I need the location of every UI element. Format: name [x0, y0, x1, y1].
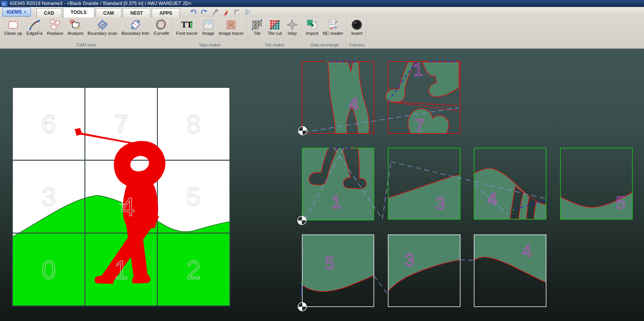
button-label: Import — [306, 31, 319, 36]
cleanup-icon — [7, 19, 19, 31]
cad-viewport[interactable]: 6 7 8 3 4 5 0 1 2 — [0, 49, 644, 321]
camera-lens-icon — [351, 19, 363, 31]
analyze-icon — [69, 19, 82, 31]
green-tile-3-material[interactable] — [474, 168, 546, 219]
drawing-canvas[interactable]: 6 7 8 3 4 5 0 1 2 — [0, 49, 644, 321]
insert-camera-button[interactable]: Insert — [349, 18, 365, 36]
tab-apps[interactable]: APPS — [152, 8, 180, 17]
redo-icon[interactable] — [200, 9, 208, 16]
svg-text:TT: TT — [181, 20, 192, 29]
piece-arm-band[interactable] — [423, 62, 459, 97]
tab-nest[interactable]: NEST — [123, 8, 151, 17]
tile-icon — [251, 19, 263, 31]
svg-text:7: 7 — [414, 115, 425, 135]
nc-reader-button[interactable]: N01N02 NC reader — [321, 18, 345, 36]
boundary-scan-button[interactable]: Boundary scan — [86, 18, 119, 36]
image-tracer-button[interactable]: Image tracer — [217, 18, 245, 36]
replace-button[interactable]: Replace — [45, 18, 65, 36]
group-camera: Insert Camera — [347, 17, 367, 48]
tab-cam[interactable]: CAM — [96, 8, 122, 17]
button-label: Inlay — [288, 31, 297, 36]
svg-text:0: 0 — [42, 256, 56, 284]
group-data-exchange: Import N01N02 NC reader Data exchange — [302, 17, 347, 48]
image-button[interactable]: Image — [200, 18, 216, 36]
analyze-button[interactable]: Analyze — [66, 18, 85, 36]
nc-reader-icon: N01N02 — [327, 19, 339, 31]
svg-text:6: 6 — [42, 110, 56, 138]
edit-tool-icon[interactable] — [211, 9, 219, 16]
svg-text:5: 5 — [187, 183, 201, 211]
import-icon — [306, 19, 318, 31]
tab-tools[interactable]: TOOLS — [63, 7, 94, 17]
source-tile-grid[interactable]: 6 7 8 3 4 5 0 1 2 — [12, 87, 230, 306]
svg-text:3: 3 — [435, 193, 445, 213]
marker-icon[interactable] — [222, 9, 230, 16]
white-tile-2-material[interactable] — [388, 235, 460, 291]
tile-cut-icon — [269, 19, 281, 31]
svg-text:4: 4 — [349, 94, 359, 114]
origin-marker-row3[interactable] — [298, 302, 307, 311]
quick-access-toolbar — [190, 9, 251, 16]
tile-button[interactable]: Tile — [249, 18, 265, 36]
svg-text:5: 5 — [616, 193, 626, 213]
svg-text:4: 4 — [522, 241, 532, 261]
white-tile-1-material[interactable] — [302, 235, 374, 292]
edgefix-button[interactable]: EdgeFix — [25, 18, 44, 36]
button-label: Tile — [253, 31, 260, 36]
button-label: Insert — [351, 31, 362, 36]
origin-marker-row2[interactable] — [298, 216, 306, 225]
button-label: Image — [202, 31, 214, 36]
undo-icon[interactable] — [190, 9, 197, 16]
font-tracer-icon: TT — [181, 19, 193, 31]
white-tile-3-material[interactable] — [474, 235, 546, 283]
snap-grid-icon[interactable] — [244, 9, 251, 16]
button-label: Curvefit — [154, 31, 169, 36]
import-button[interactable]: Import — [304, 18, 320, 36]
output-row-green[interactable]: 1 3 4 5 — [302, 148, 632, 220]
piece-boot[interactable] — [385, 62, 414, 102]
origin-marker-row1[interactable] — [298, 126, 307, 135]
output-row-red[interactable]: 4 1 7 — [302, 60, 460, 135]
svg-text:3: 3 — [404, 250, 414, 270]
boundary-trim-button[interactable]: Boundary trim — [120, 18, 151, 36]
group-label-camera: Camera — [349, 42, 365, 48]
button-label: Replace — [47, 31, 63, 36]
window-title: IGEMS R2019 Noname3 - <Black Granite / S… — [10, 1, 192, 6]
ribbon-toolbar: Clean up EdgeFix Replace Analyze — [0, 17, 644, 49]
button-label: Boundary scan — [87, 31, 117, 36]
inlay-icon — [286, 19, 298, 31]
button-label: EdgeFix — [26, 31, 43, 36]
svg-text:1: 1 — [413, 60, 423, 80]
group-sign-maker: TT Font tracer Image Image tracer Sign m… — [173, 17, 247, 48]
title-bar: IGEMS R2019 Noname3 - <Black Granite / S… — [0, 0, 644, 7]
inlay-button[interactable]: Inlay — [284, 18, 300, 36]
tile-cut-button[interactable]: Tile cut — [266, 18, 283, 36]
igems-menu-label: IGEMS — [7, 9, 22, 15]
tab-cad[interactable]: CAD — [36, 8, 62, 17]
svg-text:N02: N02 — [330, 23, 334, 26]
button-label: Image tracer — [219, 31, 244, 36]
boundary-scan-icon — [96, 19, 109, 31]
replace-icon — [49, 19, 61, 31]
ribbon-tab-bar: IGEMS ▼ CAD TOOLS CAM NEST APPS — [0, 7, 644, 17]
clean-up-button[interactable]: Clean up — [3, 18, 24, 36]
image-tracer-icon — [225, 19, 237, 31]
button-label: Clean up — [4, 31, 22, 36]
corner-icon[interactable] — [233, 9, 240, 16]
group-label-cam-tools: CAM tools — [3, 42, 170, 48]
boundary-trim-icon — [129, 19, 142, 31]
golfer-foot-left — [95, 275, 115, 284]
piece-blob[interactable] — [408, 109, 449, 133]
svg-text:5: 5 — [325, 253, 335, 273]
igems-menu-button[interactable]: IGEMS ▼ — [2, 7, 31, 17]
group-label-tile-maker: Tile maker — [249, 42, 300, 48]
curvefit-icon — [155, 19, 167, 31]
button-label: Font tracer — [176, 31, 198, 36]
green-tile-2-material[interactable] — [388, 175, 460, 219]
chevron-down-icon: ▼ — [24, 10, 27, 14]
group-label-data-exchange: Data exchange — [304, 42, 345, 48]
curvefit-button[interactable]: Curvefit — [152, 18, 171, 36]
edgefix-icon — [28, 19, 41, 31]
font-tracer-button[interactable]: TT Font tracer — [175, 18, 199, 36]
output-row-white[interactable]: 5 3 4 — [301, 235, 546, 307]
